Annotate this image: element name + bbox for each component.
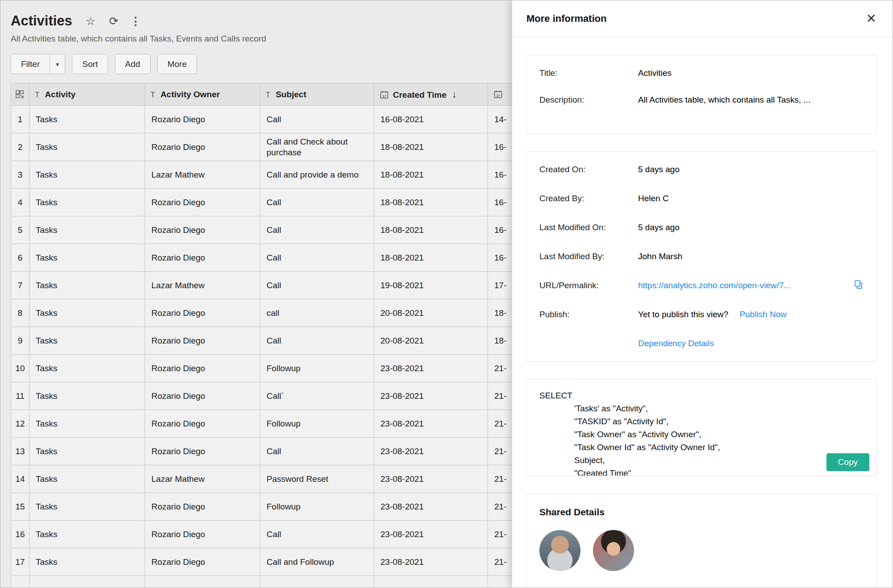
cell-created: 23-08-2021	[374, 465, 488, 493]
cell-activity: Tasks	[29, 382, 145, 410]
more-button[interactable]: More	[157, 54, 197, 74]
sort-button[interactable]: Sort	[72, 54, 108, 74]
dependency-details-link[interactable]: Dependency Details	[638, 338, 714, 349]
svg-text:17: 17	[496, 93, 500, 97]
cell-subject: Followup	[260, 410, 374, 438]
cell-owner: Rozario Diego	[145, 244, 260, 272]
cell-activity: Tasks	[29, 438, 145, 465]
cell-num: 14	[11, 465, 29, 493]
cell-created: 20-08-2021	[374, 327, 488, 355]
cell-activity: Tasks	[29, 272, 145, 299]
select-all-header[interactable]	[11, 83, 29, 106]
cell-owner: Rozario Diego	[145, 133, 260, 161]
cell-owner: Rozario Diego	[145, 106, 260, 133]
cell-subject: Password Reset	[260, 465, 374, 493]
modified-by-label: Last Modified By:	[539, 251, 638, 262]
svg-text:17: 17	[382, 94, 386, 98]
cell-subject: Call`	[260, 382, 374, 410]
cell-owner: Rozario Diego	[145, 521, 260, 548]
cell-subject: Call and Followup	[260, 548, 374, 576]
cell-activity: Tasks	[29, 299, 145, 327]
modified-on-value: 5 days ago	[638, 222, 680, 233]
cell-created: 18-08-2021	[374, 133, 488, 161]
page-title: Activities	[11, 12, 72, 30]
cell-created: 18-08-2021	[374, 216, 488, 244]
shared-user-avatar[interactable]	[539, 530, 580, 571]
cell-activity: Tasks	[29, 133, 145, 161]
sql-card: SELECT'Tasks' as "Activity","TASKID" as …	[526, 379, 877, 476]
modified-on-label: Last Modified On:	[539, 222, 638, 233]
cell-subject: Call	[260, 521, 374, 548]
cell-subject: Call	[260, 244, 374, 272]
info-card: Title: Activities Description: All Activ…	[526, 55, 877, 134]
cell-activity: Tasks	[29, 106, 145, 133]
copy-sql-button[interactable]: Copy	[826, 453, 869, 471]
favorite-star-icon[interactable]: ☆	[86, 12, 96, 30]
cell-activity: Tasks	[29, 410, 145, 438]
text-type-icon: T	[150, 91, 155, 99]
cell-num: 10	[11, 355, 29, 382]
url-label: URL/Permalink:	[539, 280, 638, 291]
calendar-icon: 17	[493, 90, 503, 99]
cell-created: 18-08-2021	[374, 244, 488, 272]
shared-avatars	[539, 530, 864, 571]
cell-activity: Tasks	[29, 216, 145, 244]
sql-line: "Created Time"	[539, 467, 864, 476]
panel-header: More information ✕	[512, 0, 893, 37]
add-button[interactable]: Add	[115, 54, 150, 74]
refresh-icon[interactable]: ⟳	[109, 12, 118, 30]
cell-num: 16	[11, 521, 29, 548]
text-type-icon: T	[35, 91, 39, 99]
column-header-activity-owner[interactable]: TActivity Owner	[145, 83, 260, 106]
cell-owner: Rozario Diego	[145, 299, 260, 327]
cell-activity: Tasks	[29, 327, 145, 355]
cell-created: 23-08-2021	[374, 382, 488, 410]
publish-now-link[interactable]: Publish Now	[739, 310, 787, 319]
filter-dropdown-button[interactable]: ▾	[50, 54, 65, 74]
panel-title: More information	[526, 13, 607, 25]
shared-user-avatar[interactable]	[593, 530, 634, 571]
cell-activity: Tasks	[29, 189, 145, 216]
cell-subject: Call	[260, 106, 374, 133]
permalink-link[interactable]: https://analytics.zoho.com/open-view/7..…	[638, 280, 791, 291]
description-value: All Activities table, which contains all…	[638, 95, 810, 105]
cell-owner: Rozario Diego	[145, 216, 260, 244]
cell-subject: Followup	[260, 493, 374, 521]
cell-num: 8	[11, 299, 29, 327]
cell-owner: Rozario Diego	[145, 438, 260, 465]
cell-owner: Rozario Diego	[145, 382, 260, 410]
meta-card: Created On: 5 days ago Created By: Helen…	[526, 151, 877, 362]
chevron-down-icon: ▾	[56, 61, 59, 68]
cell-owner: Rozario Diego	[145, 189, 260, 216]
cell-num: 5	[11, 216, 29, 244]
cell-created: 19-08-2021	[374, 272, 488, 299]
sql-line: SELECT	[539, 389, 864, 402]
filter-button[interactable]: Filter	[11, 54, 50, 74]
cell-num: 13	[11, 438, 29, 465]
cell-created: 23-08-2021	[374, 548, 488, 576]
created-on-value: 5 days ago	[638, 164, 680, 175]
cell-subject: Call and provide a demo	[260, 161, 374, 189]
cell-subject: Call	[260, 189, 374, 216]
cell-num: 12	[11, 410, 29, 438]
cell-subject: Call	[260, 272, 374, 299]
column-header-created-time[interactable]: 17 Created Time↓	[374, 83, 488, 106]
cell-subject: Call and Check about purchase	[260, 133, 374, 161]
close-icon[interactable]: ✕	[866, 12, 876, 25]
cell-activity: Tasks	[29, 244, 145, 272]
column-header-activity[interactable]: TActivity	[29, 83, 145, 106]
cell-activity: Tasks	[29, 465, 145, 493]
calendar-icon: 17	[380, 90, 389, 99]
cell-subject: Call	[260, 216, 374, 244]
shared-details-title: Shared Details	[539, 507, 864, 518]
cell-created: 20-08-2021	[374, 299, 488, 327]
column-header-subject[interactable]: TSubject	[260, 83, 374, 106]
cell-num: 11	[11, 382, 29, 410]
kebab-menu-icon[interactable]: ⋮	[130, 12, 141, 30]
sql-line: "TASKID" as "Activity Id",	[539, 415, 864, 428]
cell-created: 23-08-2021	[374, 493, 488, 521]
cell-created: 23-08-2021	[374, 438, 488, 465]
cell-owner: Rozario Diego	[145, 355, 260, 382]
cell-owner: Rozario Diego	[145, 493, 260, 521]
copy-url-icon[interactable]	[853, 279, 864, 292]
